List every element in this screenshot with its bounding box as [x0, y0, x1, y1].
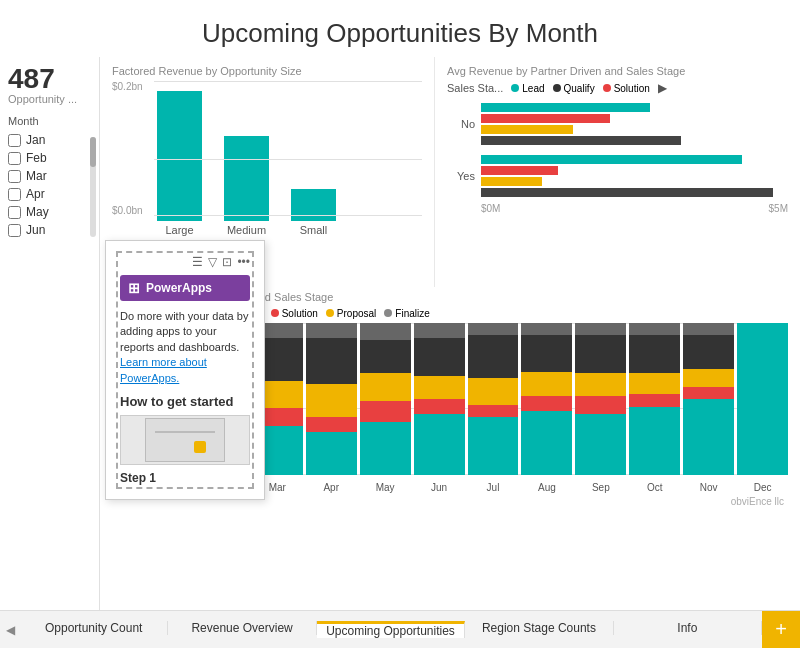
- stacked-legend-finalize: Finalize: [384, 307, 429, 319]
- hbar-yes-bars: [481, 155, 788, 197]
- stacked-bar-jul[interactable]: [468, 323, 519, 475]
- step-image-placeholder: [145, 418, 225, 462]
- y-label-top: $0.2bn: [112, 81, 154, 92]
- stacked-bar-dec[interactable]: [737, 323, 788, 475]
- bar-segment: [306, 323, 357, 338]
- tab-bar: ◀ Opportunity CountRevenue OverviewUpcom…: [0, 610, 800, 648]
- hbar-panel: Avg Revenue by Partner Driven and Sales …: [435, 57, 800, 287]
- bar-segment: [360, 340, 411, 373]
- bar-segment: [575, 373, 626, 396]
- hbar-legend-header: Sales Sta...: [447, 82, 503, 94]
- hbar-no-bars: [481, 103, 788, 145]
- tab-prev-button[interactable]: ◀: [0, 611, 20, 648]
- bar-segment: [360, 373, 411, 400]
- powerapps-label: PowerApps: [146, 281, 212, 295]
- bar-segment: [737, 323, 788, 475]
- dashboard: Upcoming Opportunities By Month 487 Oppo…: [0, 0, 800, 648]
- hbar-xaxis: $0M $5M: [447, 203, 788, 214]
- stacked-bar-apr[interactable]: [306, 323, 357, 475]
- bar-segment: [414, 414, 465, 475]
- legend-qualify: Qualify: [553, 83, 595, 94]
- tab-region-stage-counts[interactable]: Region Stage Counts: [465, 621, 613, 635]
- stacked-bar-aug[interactable]: [521, 323, 572, 475]
- hbar-x-label-5: $5M: [769, 203, 788, 214]
- tab-list: Opportunity CountRevenue OverviewUpcomin…: [20, 621, 762, 638]
- month-item-jun: Jun: [8, 223, 91, 237]
- month-section-title: Month: [8, 115, 91, 127]
- stacked-bar-oct[interactable]: [629, 323, 680, 475]
- bar-segment: [360, 422, 411, 475]
- stacked-solution-label: Solution: [282, 308, 318, 319]
- month-checkbox-feb[interactable]: [8, 152, 21, 165]
- bar-segment: [521, 323, 572, 335]
- hbar-yes-qualify: [481, 188, 773, 197]
- bar-segment: [306, 432, 357, 475]
- sidebar-scrollbar-thumb: [90, 137, 96, 167]
- tab-add-button[interactable]: +: [762, 611, 800, 649]
- powerapps-link[interactable]: Learn more about PowerApps.: [120, 356, 207, 383]
- legend-arrow-icon[interactable]: ▶: [658, 81, 667, 95]
- month-label-may: May: [26, 205, 49, 219]
- month-checkbox-mar[interactable]: [8, 170, 21, 183]
- toolbar-more-icon[interactable]: •••: [237, 255, 250, 269]
- month-label-feb: Feb: [26, 151, 47, 165]
- xaxis-label-jun: Jun: [414, 482, 465, 493]
- tab-info[interactable]: Info: [614, 621, 762, 635]
- month-checkbox-may[interactable]: [8, 206, 21, 219]
- toolbar-expand-icon[interactable]: ⊡: [222, 255, 232, 269]
- month-checkbox-jan[interactable]: [8, 134, 21, 147]
- stacked-proposal-label: Proposal: [337, 308, 376, 319]
- stacked-legend-proposal: Proposal: [326, 307, 376, 319]
- stacked-finalize-label: Finalize: [395, 308, 429, 319]
- month-label-jan: Jan: [26, 133, 45, 147]
- tab-opportunity-count[interactable]: Opportunity Count: [20, 621, 168, 635]
- toolbar-filter-icon[interactable]: ▽: [208, 255, 217, 269]
- bar-chart-title: Factored Revenue by Opportunity Size: [112, 65, 422, 77]
- bar-segment: [414, 376, 465, 399]
- hbar-title: Avg Revenue by Partner Driven and Sales …: [447, 65, 788, 77]
- stacked-legend-solution: Solution: [271, 307, 318, 319]
- month-item-may: May: [8, 205, 91, 219]
- bar-segment: [521, 335, 572, 371]
- bar-segment: [575, 396, 626, 414]
- month-checkbox-jun[interactable]: [8, 224, 21, 237]
- hbar-no-lead: [481, 103, 650, 112]
- gridline-top: [154, 81, 422, 82]
- bar-segment: [683, 323, 734, 335]
- bar-segment: [414, 338, 465, 376]
- tab-upcoming-opportunities[interactable]: Upcoming Opportunities: [317, 621, 465, 638]
- bar-small-label: Small: [300, 224, 328, 236]
- bar-medium-label: Medium: [227, 224, 266, 236]
- tab-revenue-overview[interactable]: Revenue Overview: [168, 621, 316, 635]
- hbar-no-label: No: [447, 118, 475, 130]
- stacked-proposal-dot: [326, 309, 334, 317]
- toolbar-menu-icon[interactable]: ☰: [192, 255, 203, 269]
- powerapps-popup: ☰ ▽ ⊡ ••• ⊞ PowerApps Do more with your …: [105, 240, 265, 500]
- month-filter-list: JanFebMarAprMayJun: [8, 133, 91, 237]
- stacked-solution-dot: [271, 309, 279, 317]
- xaxis-label-aug: Aug: [521, 482, 572, 493]
- bar-medium-rect: [224, 136, 269, 221]
- hbar-no-solution: [481, 114, 610, 123]
- month-label-apr: Apr: [26, 187, 45, 201]
- sidebar-scrollbar[interactable]: [90, 137, 96, 237]
- bar-small-rect: [291, 189, 336, 221]
- bar-segment: [468, 378, 519, 405]
- bar-segment: [468, 417, 519, 475]
- bar-segment: [629, 394, 680, 406]
- legend-solution-label: Solution: [614, 83, 650, 94]
- y-axis: $0.2bn $0.0bn: [112, 81, 154, 216]
- stacked-finalize-dot: [384, 309, 392, 317]
- xaxis-label-sep: Sep: [575, 482, 626, 493]
- month-checkbox-apr[interactable]: [8, 188, 21, 201]
- bar-small[interactable]: Small: [291, 189, 336, 236]
- stacked-bar-may[interactable]: [360, 323, 411, 475]
- hbar-no-qualify: [481, 136, 681, 145]
- stacked-bar-sep[interactable]: [575, 323, 626, 475]
- legend-lead: Lead: [511, 83, 544, 94]
- bar-segment: [683, 369, 734, 387]
- stacked-bar-jun[interactable]: [414, 323, 465, 475]
- stacked-bar-nov[interactable]: [683, 323, 734, 475]
- bar-segment: [575, 414, 626, 475]
- bar-medium[interactable]: Medium: [224, 136, 269, 236]
